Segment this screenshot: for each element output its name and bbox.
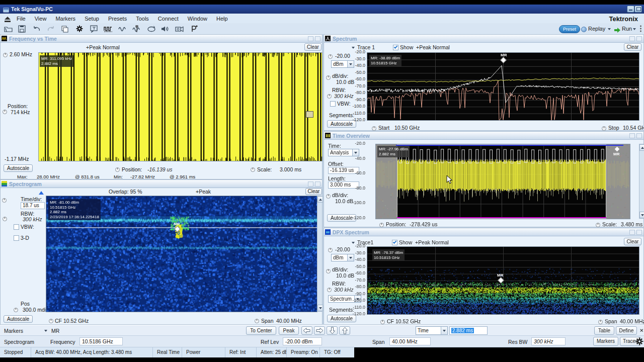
frequency-value[interactable]: 10.5186 GHz [79, 337, 123, 345]
save-icon[interactable] [16, 24, 28, 34]
spectrum-dbdiv-knob-icon[interactable] [326, 75, 331, 80]
spectrum-stop-knob-icon[interactable] [602, 126, 606, 131]
spectrum-stop-value[interactable]: 10.54 GHz [623, 125, 644, 131]
sgram-span-value[interactable]: 40.00 MHz [276, 318, 302, 324]
sgram-pos-value[interactable]: 300.0 mdiv [23, 307, 48, 313]
dpx-span-knob-icon[interactable] [598, 320, 603, 324]
dpx-maximize-icon[interactable] [636, 230, 642, 235]
fvt-xpos-knob-icon[interactable] [115, 167, 120, 172]
selected-marker-label[interactable]: MR [51, 328, 59, 334]
run-button[interactable]: Run [622, 26, 632, 32]
sgram-scroll-down-icon[interactable] [317, 305, 323, 311]
sgram-cf-knob-icon[interactable] [49, 319, 53, 323]
spectrum-rbw-knob-icon[interactable] [327, 94, 332, 99]
dpx-cf-value[interactable]: 10.52 GHz [395, 318, 421, 324]
menu-presets[interactable]: Presets [104, 14, 131, 24]
spectrum-clear-button[interactable]: Clear [624, 43, 641, 51]
tover-scroll-down-icon[interactable] [639, 212, 644, 218]
markers-dropdown-icon[interactable] [42, 327, 49, 334]
marker-domain-select[interactable]: Time [416, 326, 448, 335]
menu-view[interactable]: View [30, 14, 51, 24]
dpx-cf-knob-icon[interactable] [380, 320, 385, 324]
peak-right-button[interactable] [314, 326, 325, 335]
sgram-pos-knob-icon[interactable] [14, 308, 18, 312]
audio-speaker-icon[interactable] [159, 24, 172, 34]
fvt-clear-button[interactable]: Clear [304, 43, 321, 51]
redo-icon[interactable] [45, 24, 57, 34]
menu-file[interactable]: File [12, 14, 30, 24]
open-icon[interactable] [2, 24, 14, 34]
spectrum-show-checkbox[interactable] [393, 45, 398, 50]
replay-button[interactable]: Replay [588, 26, 605, 32]
sgram-scroll-up-icon[interactable] [317, 196, 323, 203]
tover-scale-value[interactable]: 3.480 ms [621, 221, 642, 227]
menu-setup[interactable]: Setup [80, 14, 104, 24]
spectrum-ref-knob-icon[interactable] [328, 54, 333, 59]
fvt-restore-icon[interactable] [308, 36, 313, 41]
tover-restore-icon[interactable] [629, 133, 635, 138]
tover-scale-knob-icon[interactable] [596, 223, 600, 227]
title-bar[interactable]: Tek SignalVu-PC [0, 5, 644, 14]
peak-lower-button[interactable] [327, 326, 338, 335]
fvt-position-value[interactable]: 714 kHz [11, 109, 30, 115]
peak-button[interactable]: Peak [279, 326, 299, 335]
menu-help[interactable]: Help [212, 14, 232, 24]
res-bw-value[interactable]: 300 kHz [531, 337, 566, 345]
markers-close-icon[interactable] [638, 326, 643, 335]
tover-scrollbar[interactable] [639, 144, 644, 219]
sgram-timediv-knob-icon[interactable] [2, 198, 7, 203]
spectrum-trace-dropdown-icon[interactable] [352, 47, 355, 49]
tover-maximize-icon[interactable] [636, 133, 642, 138]
dpx-ref-knob-icon[interactable] [328, 248, 333, 252]
markers-panel-button[interactable]: Markers [593, 337, 618, 346]
span-value[interactable]: 40.00 MHz [389, 337, 431, 345]
dpx-restore-icon[interactable] [629, 230, 635, 235]
menu-markers[interactable]: Markers [51, 14, 80, 24]
fvt-plot[interactable] [38, 52, 323, 161]
fvt-xpos-value[interactable]: -16.139 us [147, 166, 173, 172]
sgram-scrollbar[interactable] [317, 196, 323, 312]
to-center-button[interactable]: To Center [246, 326, 276, 335]
spectrum-maximize-icon[interactable] [636, 36, 642, 41]
menu-window[interactable]: Window [183, 14, 212, 24]
sgram-rbw-value[interactable]: 300 kHz [23, 216, 42, 222]
dpx-span-value[interactable]: 40.00 MHz [620, 318, 644, 324]
minimize-button[interactable] [627, 6, 634, 13]
preset-p-icon[interactable] [188, 24, 200, 34]
menu-connect[interactable]: Connect [153, 14, 183, 24]
sgram-span-knob-icon[interactable] [255, 319, 259, 323]
spectrum-start-knob-icon[interactable] [372, 126, 376, 131]
fvt-mr-handle-icon[interactable] [306, 111, 313, 118]
waveform-cursor-icon[interactable] [131, 24, 143, 34]
spectrum-start-value[interactable]: 10.50 GHz [394, 125, 420, 131]
dpx-rbw-knob-icon[interactable] [327, 288, 332, 292]
sgram-analysis-marker-icon[interactable] [39, 191, 44, 195]
tover-dbdiv-knob-icon[interactable] [326, 194, 331, 199]
spectrum-vbw-checkbox[interactable] [330, 101, 336, 107]
peak-higher-button[interactable] [339, 326, 350, 335]
sgram-autoscale-button[interactable]: Autoscale [4, 315, 33, 323]
sgram-vbw-checkbox[interactable] [14, 224, 19, 230]
fvt-scale-value[interactable]: 3.000 ms [280, 166, 301, 172]
tover-pos-knob-icon[interactable] [379, 223, 384, 227]
tover-pos-value[interactable]: -278.429 us [410, 221, 437, 227]
camera-icon[interactable] [174, 24, 186, 34]
spectrum-title-bar[interactable]: Spectrum [324, 35, 643, 43]
fvt-autoscale-button[interactable]: Autoscale [4, 164, 33, 172]
sgram-clear-button[interactable]: Clear [305, 188, 322, 195]
tover-scroll-up-icon[interactable] [639, 144, 644, 151]
undo-icon[interactable] [31, 24, 43, 34]
sgram-position-marker-icon[interactable] [128, 307, 133, 310]
fvt-position-knob-icon[interactable] [3, 110, 7, 114]
copy-icon[interactable] [59, 24, 71, 34]
dpx-title-bar[interactable]: DPX Spectrum [324, 228, 643, 236]
sgram-cf-value[interactable]: 10.52 GHz [63, 318, 89, 324]
dpx-show-checkbox[interactable] [392, 240, 397, 245]
spectrum-restore-icon[interactable] [629, 36, 635, 41]
waveform-icon[interactable] [117, 24, 129, 34]
text-marker-icon[interactable] [88, 24, 100, 34]
dpx-clear-button[interactable]: Clear [624, 238, 641, 245]
fvt-scale-knob-icon[interactable] [251, 167, 255, 172]
tover-plot[interactable] [375, 144, 630, 219]
sgram-maximize-icon[interactable] [315, 182, 320, 187]
